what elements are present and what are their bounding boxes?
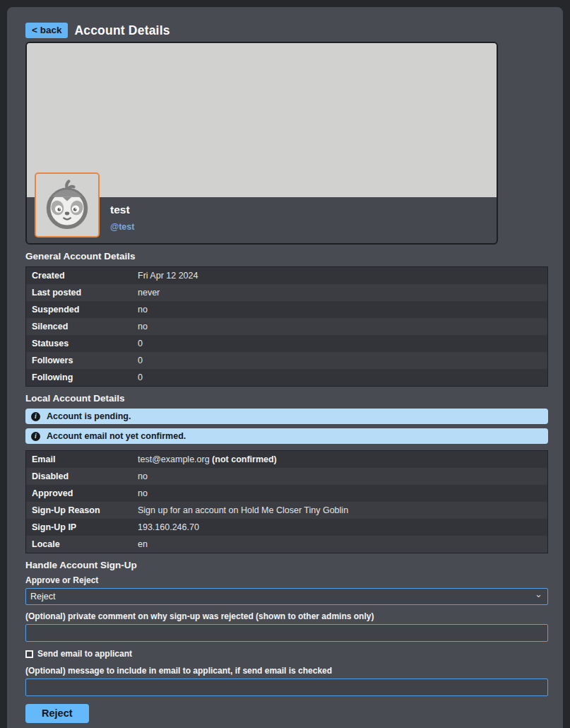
profile-card: test @test xyxy=(25,42,498,245)
reject-submit-button[interactable]: Reject xyxy=(25,704,89,723)
table-row: Sign-Up ReasonSign up for an account on … xyxy=(26,502,547,519)
approve-reject-select[interactable]: Reject xyxy=(25,588,548,605)
row-value: no xyxy=(132,318,153,335)
send-email-row: Send email to applicant xyxy=(25,649,545,659)
table-row: Sign-Up IP193.160.246.70 xyxy=(26,519,547,536)
row-label: Silenced xyxy=(26,318,132,335)
notice-text: Account email not yet confirmed. xyxy=(47,431,186,441)
table-row: Statuses0 xyxy=(26,335,547,352)
account-details-panel: < back Account Details xyxy=(7,7,563,728)
row-label: Disabled xyxy=(26,468,132,485)
row-value: 0 xyxy=(132,369,148,386)
display-name: test xyxy=(110,204,134,216)
approve-reject-select-wrap: Reject ⌄ xyxy=(25,588,548,605)
avatar xyxy=(35,172,100,237)
table-row: Following0 xyxy=(26,369,547,386)
back-button[interactable]: < back xyxy=(25,23,68,38)
row-value: 193.160.246.70 xyxy=(132,519,205,536)
row-value: no xyxy=(132,301,153,318)
local-details-table: Emailtest@example.org (not confirmed)Dis… xyxy=(25,450,548,553)
profile-names: test @test xyxy=(110,204,134,232)
sloth-avatar-icon xyxy=(39,177,95,233)
table-row: Approvedno xyxy=(26,485,547,502)
notice-text: Account is pending. xyxy=(47,411,131,421)
email-message-input[interactable] xyxy=(25,679,548,696)
row-label: Last posted xyxy=(26,284,132,301)
table-row: Emailtest@example.org (not confirmed) xyxy=(26,451,547,468)
table-row: CreatedFri Apr 12 2024 xyxy=(26,267,547,284)
table-row: Silencedno xyxy=(26,318,547,335)
row-label: Sign-Up IP xyxy=(26,519,132,536)
row-value: en xyxy=(132,536,153,553)
page-title: Account Details xyxy=(74,23,170,38)
profile-card-body: test @test xyxy=(27,197,497,243)
send-email-checkbox[interactable] xyxy=(25,650,33,658)
row-value: no xyxy=(132,485,153,502)
approve-reject-label: Approve or Reject xyxy=(25,575,545,585)
table-row: Localeen xyxy=(26,536,547,553)
table-row: Last postednever xyxy=(26,284,547,301)
row-label: Email xyxy=(26,451,132,468)
row-value: never xyxy=(132,284,165,301)
private-comment-input[interactable] xyxy=(25,624,548,642)
handle-signup-heading: Handle Account Sign-Up xyxy=(25,560,545,570)
row-value: test@example.org (not confirmed) xyxy=(132,451,283,468)
info-icon: i xyxy=(31,432,40,441)
row-label: Approved xyxy=(26,485,132,502)
info-notice: iAccount is pending. xyxy=(25,409,548,424)
private-comment-label: (Optional) private comment on why sign-u… xyxy=(25,611,545,621)
table-row: Followers0 xyxy=(26,352,547,369)
row-value: Fri Apr 12 2024 xyxy=(132,267,203,284)
row-label: Locale xyxy=(26,536,132,553)
row-label: Statuses xyxy=(26,335,132,352)
row-value: 0 xyxy=(132,352,148,369)
row-value: no xyxy=(132,468,153,485)
row-label: Following xyxy=(26,369,132,386)
row-value: Sign up for an account on Hold Me Closer… xyxy=(132,502,354,519)
table-row: Suspendedno xyxy=(26,301,547,318)
send-email-label[interactable]: Send email to applicant xyxy=(37,649,132,659)
row-value: 0 xyxy=(132,335,148,352)
row-label: Suspended xyxy=(26,301,132,318)
row-label: Created xyxy=(26,267,132,284)
info-icon: i xyxy=(31,412,40,421)
row-label: Sign-Up Reason xyxy=(26,502,132,519)
account-notices: iAccount is pending.iAccount email not y… xyxy=(25,409,545,444)
email-message-label: (Optional) message to include in email t… xyxy=(25,666,545,676)
local-details-heading: Local Account Details xyxy=(25,393,545,404)
general-details-table: CreatedFri Apr 12 2024Last postedneverSu… xyxy=(25,266,548,387)
account-handle[interactable]: @test xyxy=(110,222,134,232)
table-row: Disabledno xyxy=(26,468,547,485)
general-details-heading: General Account Details xyxy=(25,251,545,262)
row-label: Followers xyxy=(26,352,132,369)
page-header: < back Account Details xyxy=(25,23,545,38)
info-notice: iAccount email not yet confirmed. xyxy=(25,428,548,444)
